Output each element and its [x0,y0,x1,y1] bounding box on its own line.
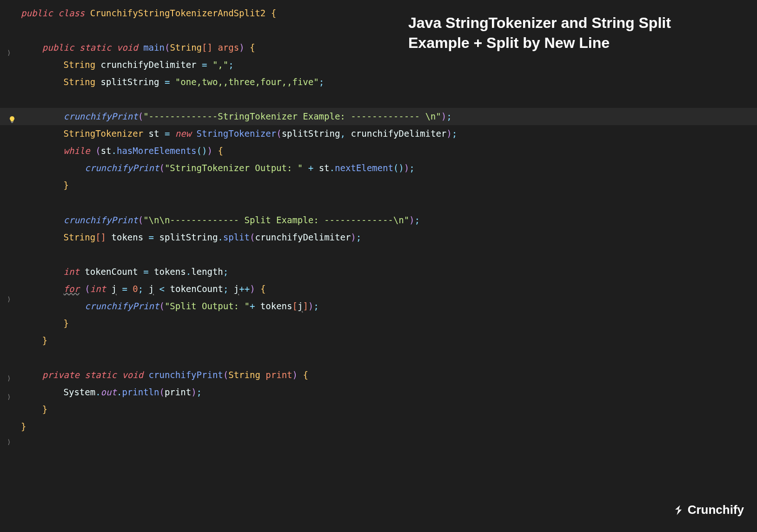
code-line[interactable]: String[] tokens = splitString.split(crun… [0,229,757,246]
code-line-highlighted[interactable]: crunchifyPrint("-------------StringToken… [0,108,757,125]
fold-indicator-icon: ⟩ [7,372,11,385]
code-editor[interactable]: ⟩ ⟩ ⟩ ⟩ ⟩ public class CrunchifyStringTo… [0,0,757,440]
code-line[interactable]: } [0,315,757,332]
crunchify-logo-icon [672,504,685,517]
code-line[interactable]: System.out.println(print); [0,384,757,401]
code-line-blank[interactable] [0,349,757,366]
code-line-blank[interactable] [0,246,757,263]
code-line-blank[interactable] [0,91,757,108]
code-line[interactable]: } [0,332,757,349]
code-line[interactable]: crunchifyPrint("Split Output: "+ tokens[… [0,298,757,315]
svg-rect-1 [11,122,13,123]
code-line[interactable]: String splitString = "one,two,,three,fou… [0,73,757,91]
code-line[interactable]: int tokenCount = tokens.length; [0,263,757,280]
fold-indicator-icon: ⟩ [7,47,11,59]
fold-indicator-icon: ⟩ [7,436,11,448]
code-line[interactable]: } [0,418,757,435]
fold-indicator-icon: ⟩ [7,391,11,403]
brand-watermark: Crunchify [672,498,744,522]
code-line[interactable]: crunchifyPrint("\n\n------------- Split … [0,212,757,229]
code-line-blank[interactable] [0,194,757,212]
code-line[interactable]: } [0,401,757,418]
code-line[interactable]: String crunchifyDelimiter = ","; [0,56,757,73]
code-line[interactable]: for (int j = 0; j < tokenCount; j++) { [0,280,757,298]
code-line[interactable]: } [0,177,757,194]
fold-indicator-icon: ⟩ [7,293,11,306]
brand-name: Crunchify [688,498,744,522]
code-line[interactable]: while (st.hasMoreElements()) { [0,142,757,160]
code-line[interactable]: StringTokenizer st = new StringTokenizer… [0,125,757,142]
lightbulb-icon[interactable] [8,112,16,119]
overlay-title: Java StringTokenizer and String Split Ex… [408,13,734,53]
code-line[interactable]: crunchifyPrint("StringTokenizer Output: … [0,160,757,177]
gutter: ⟩ ⟩ ⟩ ⟩ ⟩ [0,0,19,440]
svg-rect-0 [11,122,13,122]
code-line[interactable]: private static void crunchifyPrint(Strin… [0,366,757,384]
